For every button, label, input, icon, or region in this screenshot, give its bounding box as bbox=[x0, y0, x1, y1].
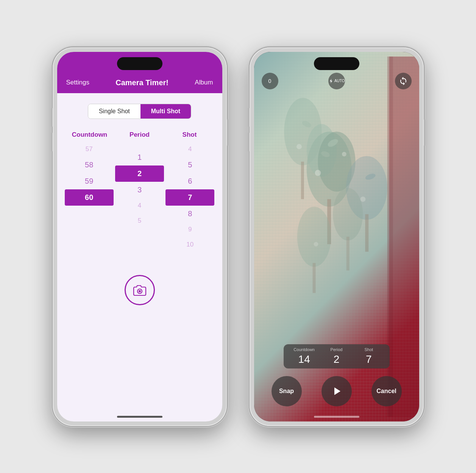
svg-marker-27 bbox=[334, 387, 340, 395]
countdown-item-5[interactable] bbox=[65, 206, 114, 213]
svg-point-1 bbox=[139, 290, 141, 292]
picker-headers: Countdown Period Shot bbox=[65, 131, 215, 139]
period-picker[interactable]: 1 2 3 4 5 bbox=[115, 142, 164, 252]
shot-mode-toggle: Single Shot Multi Shot bbox=[88, 104, 191, 119]
dynamic-island bbox=[117, 57, 162, 70]
take-photo-button[interactable] bbox=[125, 275, 155, 305]
period-item-empty[interactable] bbox=[115, 142, 164, 149]
album-nav-link[interactable]: Album bbox=[195, 79, 213, 86]
right-screen: 0 AUTO bbox=[254, 52, 419, 421]
snap-button[interactable]: Snap bbox=[272, 376, 302, 406]
mini-picker-overlay: Countdown Period Shot 14 2 7 bbox=[284, 344, 390, 368]
shot-picker[interactable]: 4 5 6 7 8 9 10 bbox=[165, 142, 214, 252]
settings-nav-link[interactable]: Settings bbox=[66, 79, 89, 86]
svg-marker-26 bbox=[329, 79, 332, 83]
flash-label: AUTO bbox=[334, 79, 345, 83]
right-phone: 0 AUTO bbox=[250, 47, 424, 426]
svg-point-23 bbox=[314, 242, 318, 246]
camera-top-bar: 0 AUTO bbox=[254, 73, 419, 89]
period-item-1[interactable]: 1 bbox=[115, 149, 164, 165]
shot-selected-item[interactable]: 7 bbox=[165, 189, 214, 206]
camera-icon bbox=[132, 282, 148, 298]
countdown-picker[interactable]: 57 58 59 60 bbox=[65, 142, 114, 252]
mini-shot-header: Shot bbox=[353, 347, 385, 352]
right-volume-down-button[interactable] bbox=[248, 133, 250, 151]
camera-bottom-panel: Countdown Period Shot 14 2 7 Snap bbox=[254, 340, 419, 421]
settings-screen: Settings Camera Timer! Album Single Shot… bbox=[57, 52, 222, 421]
right-volume-up-button[interactable] bbox=[248, 108, 250, 127]
svg-point-10 bbox=[297, 206, 331, 267]
svg-rect-11 bbox=[312, 263, 315, 293]
left-screen: Settings Camera Timer! Album Single Shot… bbox=[57, 52, 222, 421]
shot-item-5[interactable]: 5 bbox=[165, 157, 214, 173]
multi-shot-button[interactable]: Multi Shot bbox=[140, 104, 191, 119]
rotate-camera-button[interactable] bbox=[395, 73, 412, 89]
shot-item-10[interactable]: 10 bbox=[165, 237, 214, 252]
svg-point-19 bbox=[315, 170, 321, 176]
camera-button-wrapper bbox=[125, 275, 155, 305]
picker-columns[interactable]: 57 58 59 60 1 2 3 bbox=[65, 142, 215, 252]
svg-point-20 bbox=[342, 152, 346, 156]
svg-point-21 bbox=[296, 144, 301, 149]
countdown-selected-item[interactable]: 60 bbox=[65, 189, 114, 206]
mini-picker-values: 14 2 7 bbox=[288, 353, 385, 365]
shot-item-4[interactable]: 4 bbox=[165, 142, 214, 157]
left-phone: Settings Camera Timer! Album Single Shot… bbox=[53, 47, 227, 426]
power-button[interactable] bbox=[227, 119, 228, 146]
shot-item-8[interactable]: 8 bbox=[165, 206, 214, 222]
app-title: Camera Timer! bbox=[115, 78, 169, 87]
shot-header: Shot bbox=[165, 131, 215, 139]
mini-countdown-header: Countdown bbox=[288, 347, 320, 352]
mini-shot-value: 7 bbox=[353, 353, 385, 365]
period-item-5[interactable]: 5 bbox=[115, 213, 164, 228]
shot-item-6[interactable]: 6 bbox=[165, 173, 214, 189]
phones-container: Settings Camera Timer! Album Single Shot… bbox=[53, 47, 424, 426]
period-header: Period bbox=[115, 131, 165, 139]
mini-picker-headers: Countdown Period Shot bbox=[288, 347, 385, 352]
svg-rect-9 bbox=[365, 214, 368, 251]
mini-period-value: 2 bbox=[320, 353, 353, 365]
flash-icon bbox=[328, 77, 334, 85]
svg-point-6 bbox=[284, 98, 321, 165]
play-icon bbox=[331, 385, 343, 397]
countdown-item-2[interactable]: 58 bbox=[65, 157, 114, 173]
countdown-header: Countdown bbox=[65, 131, 115, 139]
cancel-button[interactable]: Cancel bbox=[371, 376, 402, 406]
period-item-4[interactable]: 4 bbox=[115, 198, 164, 213]
play-button[interactable] bbox=[321, 376, 352, 406]
svg-point-24 bbox=[333, 188, 363, 240]
home-indicator-right bbox=[314, 416, 359, 418]
period-selected-item[interactable]: 2 bbox=[115, 165, 164, 182]
volume-up-button[interactable] bbox=[51, 108, 53, 127]
counter-button[interactable]: 0 bbox=[262, 73, 278, 89]
home-indicator-left bbox=[117, 416, 162, 418]
picker-section: Countdown Period Shot 57 58 59 60 bbox=[65, 131, 215, 252]
flash-button[interactable]: AUTO bbox=[328, 73, 345, 89]
camera-actions: Snap Cancel bbox=[262, 376, 412, 406]
shot-item-9[interactable]: 9 bbox=[165, 222, 214, 237]
countdown-item-3[interactable]: 59 bbox=[65, 173, 114, 189]
svg-rect-25 bbox=[346, 237, 349, 270]
volume-down-button[interactable] bbox=[51, 133, 53, 151]
mini-countdown-value: 14 bbox=[288, 353, 320, 365]
rotate-icon bbox=[399, 76, 408, 86]
period-item-3[interactable]: 3 bbox=[115, 182, 164, 198]
main-content: Single Shot Multi Shot Countdown Period … bbox=[57, 93, 222, 421]
single-shot-button[interactable]: Single Shot bbox=[88, 104, 140, 119]
right-power-button[interactable] bbox=[424, 119, 425, 146]
svg-rect-7 bbox=[301, 161, 304, 199]
svg-point-22 bbox=[360, 196, 365, 201]
mini-period-header: Period bbox=[320, 347, 353, 352]
counter-value: 0 bbox=[268, 78, 272, 84]
right-dynamic-island bbox=[314, 57, 359, 70]
camera-screen: 0 AUTO bbox=[254, 52, 419, 421]
countdown-item-1[interactable]: 57 bbox=[65, 142, 114, 157]
